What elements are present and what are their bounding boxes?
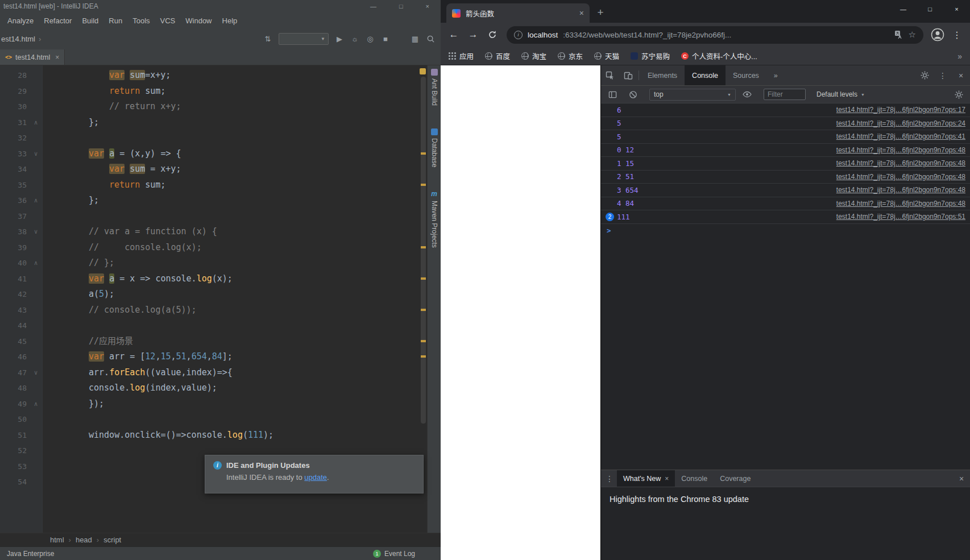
event-log-widget[interactable]: 1 Event Log [373,550,415,558]
drawer-tab-console[interactable]: Console [675,470,714,487]
devtools-settings-gear-icon[interactable] [915,65,934,85]
close-drawer-tab-icon[interactable]: × [665,475,669,483]
nav-breadcrumb-file[interactable]: est14.html [1,35,35,43]
inspection-status-indicator[interactable] [420,68,426,74]
source-location-link[interactable]: test14.html?_ijt=78j…6fjnl2bgon9n7ops:41 [836,132,965,140]
code-text[interactable]: var sum=x+y; [43,68,171,84]
bookmark-item-item[interactable]: 京东 [558,51,583,61]
console-sidebar-icon[interactable] [603,90,621,99]
devtools-tab-console[interactable]: Console [685,65,726,85]
menu-item-window[interactable]: Window [180,15,217,27]
address-bar[interactable]: i localhost:63342/web/web/test14.html?_i… [507,26,923,44]
fold-end-icon[interactable]: ∧ [29,115,43,131]
error-stripe-mark[interactable] [421,309,426,311]
bookmark-item-item[interactable]: 苏宁易购 [631,51,670,61]
breadcrumb-item-script[interactable]: script [103,536,121,544]
drawer-menu-icon[interactable]: ⋮ [602,470,617,487]
fold-start-icon[interactable]: ∨ [29,365,43,381]
menu-item-vcs[interactable]: VCS [155,15,181,27]
bookmark-item-item[interactable]: 应用 [449,51,474,61]
console-prompt[interactable]: > [601,224,970,238]
editor-tab-test14[interactable]: <> test14.html × [0,49,65,65]
error-stripe-mark[interactable] [421,340,426,342]
bookmark-star-icon[interactable]: ☆ [909,30,916,40]
code-text[interactable]: // console.log(x); [43,240,202,256]
update-link[interactable]: update [304,473,327,482]
code-text[interactable]: var arr = [12,15,51,654,84]; [43,349,233,365]
code-text[interactable]: a(5); [43,287,114,302]
breadcrumb-item-html[interactable]: html [50,536,64,544]
close-drawer-icon[interactable]: × [954,470,969,487]
menu-item-run[interactable]: Run [103,15,127,27]
stop-button[interactable]: ■ [381,35,390,43]
inspect-element-icon[interactable] [601,65,619,85]
fold-end-icon[interactable]: ∧ [29,255,43,271]
bookmark-item-item[interactable]: 淘宝 [521,51,546,61]
idea-minimize-button[interactable]: — [370,3,376,10]
chrome-maximize-button[interactable]: □ [917,0,943,18]
code-text[interactable] [43,130,68,146]
error-stripe-mark[interactable] [421,355,426,358]
code-text[interactable] [43,459,68,475]
error-stripe-mark[interactable] [421,152,426,155]
code-text[interactable] [43,443,68,459]
reload-button[interactable] [484,26,501,43]
source-location-link[interactable]: test14.html?_ijt=78j…6fjnl2bgon9n7ops:24 [836,119,965,127]
code-text[interactable]: // console.log(a(5)); [43,302,197,318]
close-tab-icon[interactable]: × [579,9,584,18]
browser-tab[interactable]: 箭头函数 × [446,3,590,23]
chrome-minimize-button[interactable]: — [890,0,917,18]
back-button[interactable]: ← [445,26,462,43]
bookmark-item-item[interactable]: 百度 [485,51,510,61]
sync-icon[interactable]: ⇅ [263,35,272,43]
breadcrumb-item-head[interactable]: head [76,536,92,544]
fold-end-icon[interactable]: ∧ [29,193,43,209]
code-text[interactable]: // }; [43,255,114,271]
drawer-tab-what-s-new[interactable]: What's New× [617,470,675,487]
code-text[interactable]: }; [43,115,99,131]
close-tab-icon[interactable]: × [55,53,59,61]
chrome-close-button[interactable]: × [943,0,970,18]
coverage-icon[interactable]: ◎ [366,35,375,43]
menu-item-build[interactable]: Build [77,15,103,27]
console-filter-input[interactable] [764,89,806,100]
error-stripe-mark[interactable] [421,184,426,186]
bookmark-item-item[interactable]: 天猫 [594,51,619,61]
code-text[interactable]: // return x+y; [43,99,181,115]
code-text[interactable]: console.log(index,value); [43,380,217,396]
code-text[interactable]: // var a = function (x) { [43,224,217,240]
fold-start-icon[interactable]: ∨ [29,146,43,162]
source-location-link[interactable]: test14.html?_ijt=78j…6fjnl2bgon9n7ops:17 [836,106,965,114]
fold-start-icon[interactable]: ∨ [29,224,43,240]
clear-console-icon[interactable] [624,90,642,99]
tool-window-button-maven-projects[interactable]: mMaven Projects [430,190,438,248]
more-tabs-chevron[interactable]: » [766,65,785,85]
profile-avatar[interactable] [929,26,946,43]
menu-item-refactor[interactable]: Refactor [39,15,77,27]
menu-item-tools[interactable]: Tools [127,15,155,27]
code-text[interactable]: var a = x => console.log(x); [43,271,233,287]
log-levels-dropdown[interactable]: Default levels ▼ [813,90,868,98]
code-text[interactable] [43,474,68,490]
code-text[interactable] [43,209,68,225]
bookmark-item-item[interactable]: C个人资料-个人中心... [681,51,757,61]
devtools-tab-elements[interactable]: Elements [640,65,685,85]
forward-button[interactable]: → [465,26,482,43]
code-text[interactable]: var sum = x+y; [43,161,181,177]
menu-item-analyze[interactable]: Analyze [2,15,39,27]
idea-titlebar[interactable]: test14.html [web] - IntelliJ IDEA — □ × [0,0,441,13]
bookmarks-overflow-chevron[interactable]: » [957,52,962,61]
error-stripe-mark[interactable] [421,246,426,248]
menu-item-help[interactable]: Help [217,15,243,27]
browser-menu-icon[interactable]: ⋮ [948,26,965,43]
devtools-tab-sources[interactable]: Sources [726,65,766,85]
status-java-enterprise[interactable]: Java Enterprise [7,550,54,558]
translate-icon[interactable] [894,30,903,39]
tool-window-button-ant-build[interactable]: Ant Build [430,69,438,106]
source-location-link[interactable]: test14.html?_ijt=78j…6fjnl2bgon9n7ops:51 [836,213,965,221]
source-location-link[interactable]: test14.html?_ijt=78j…6fjnl2bgon9n7ops:48 [836,186,965,194]
profiler-icon[interactable]: ☼ [350,35,359,43]
close-devtools-icon[interactable]: × [952,65,970,85]
search-everywhere-icon[interactable] [426,35,435,43]
idea-close-button[interactable]: × [426,3,429,10]
